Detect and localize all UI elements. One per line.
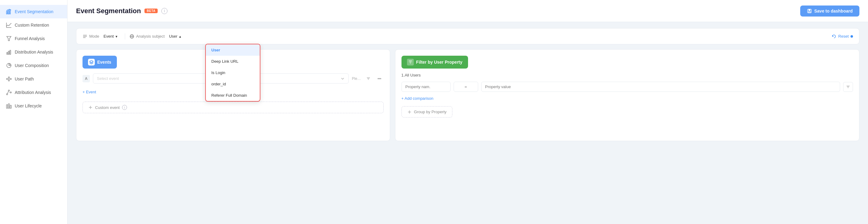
chevron-down-icon: [340, 76, 345, 81]
event-actions: [364, 74, 384, 83]
attribution-icon: [6, 90, 12, 95]
event-row-placeholder: Ple…: [352, 76, 361, 81]
sidebar-item-attribution-analysis[interactable]: Attribution Analysis: [0, 86, 67, 99]
reset-icon: [832, 34, 836, 39]
mode-section: Mode Event: [83, 33, 121, 40]
svg-point-36: [378, 78, 378, 79]
composition-icon: [6, 63, 12, 68]
sidebar-item-funnel-analysis[interactable]: Funnel Analysis: [0, 32, 67, 45]
beta-badge: BETA: [145, 8, 157, 13]
sidebar-item-user-path[interactable]: User Path: [0, 72, 67, 86]
panel-row: Events A Select event Ple…: [76, 49, 860, 141]
save-to-dashboard-button[interactable]: Save to dashboard: [800, 5, 860, 16]
sidebar-item-label: Distribution Analysis: [15, 49, 53, 54]
layers-icon: [89, 60, 94, 64]
mode-icon: [83, 34, 87, 39]
custom-event-button[interactable]: Custom event i: [83, 102, 384, 113]
events-icon: [88, 59, 95, 66]
svg-rect-5: [7, 52, 8, 54]
header-left: Event Segmentation BETA i: [76, 7, 167, 15]
sidebar-item-label: Event Segmentation: [15, 9, 53, 14]
sidebar-item-event-segmentation[interactable]: Event Segmentation: [0, 5, 67, 18]
svg-point-37: [379, 78, 380, 79]
sidebar-item-custom-retention[interactable]: Custom Retention: [0, 18, 67, 32]
sidebar-item-label: Custom Retention: [15, 23, 49, 28]
svg-line-19: [7, 91, 8, 94]
sidebar-item-label: User Composition: [15, 63, 49, 68]
subject-chevron-up-icon: [179, 34, 182, 39]
events-button[interactable]: Events: [83, 56, 117, 69]
filter-icon-wrap: [407, 59, 414, 66]
svg-rect-23: [10, 105, 11, 108]
sidebar-item-label: User Lifecycle: [15, 104, 42, 108]
property-value-input[interactable]: [481, 82, 840, 92]
svg-rect-25: [808, 9, 810, 11]
filter-lines-icon: [408, 60, 412, 64]
subject-label: Analysis subject: [136, 34, 165, 39]
svg-rect-0: [6, 11, 7, 14]
plus-icon: [407, 110, 412, 114]
svg-point-18: [10, 92, 11, 93]
main-content: Event Segmentation BETA i Save to dashbo…: [67, 0, 868, 224]
sidebar-item-user-composition[interactable]: User Composition: [0, 59, 67, 72]
svg-point-17: [8, 90, 9, 91]
sidebar-item-label: Attribution Analysis: [15, 90, 51, 95]
mode-label: Mode: [89, 34, 99, 39]
subject-section: Analysis subject User: [129, 33, 184, 40]
svg-rect-6: [8, 51, 9, 54]
filter-property-row: [402, 82, 853, 92]
filter-adjust-icon[interactable]: [364, 74, 373, 83]
info-icon[interactable]: i: [161, 8, 167, 14]
property-operator-input[interactable]: [454, 82, 478, 92]
add-comparison-link[interactable]: + Add comparison: [402, 96, 853, 101]
custom-event-info-icon[interactable]: i: [122, 105, 127, 110]
lifecycle-icon: [6, 103, 12, 109]
svg-point-16: [6, 94, 8, 95]
save-icon: [807, 8, 812, 13]
reset-button[interactable]: Reset: [832, 34, 853, 39]
sidebar-item-label: Funnel Analysis: [15, 36, 45, 41]
plus-icon: [88, 105, 93, 110]
sidebar-item-label: User Path: [15, 76, 34, 81]
group-by-property-button[interactable]: Group by Property: [402, 106, 453, 117]
svg-point-10: [8, 77, 9, 78]
sidebar-item-user-lifecycle[interactable]: User Lifecycle: [0, 99, 67, 113]
svg-point-11: [10, 78, 11, 80]
filter-adjust-button[interactable]: [843, 82, 853, 92]
dropdown-item-user[interactable]: User: [206, 44, 260, 56]
dropdown-item-order-id[interactable]: order_id: [206, 78, 260, 90]
mode-chevron-down-icon: [115, 34, 118, 39]
distribution-icon: [6, 49, 12, 55]
path-icon: [6, 76, 12, 82]
globe-icon: [129, 34, 134, 39]
main-content-area: Mode Event Analysis subject User: [67, 22, 868, 224]
svg-rect-22: [8, 104, 9, 108]
sidebar: Event Segmentation Custom Retention Funn…: [0, 0, 67, 224]
svg-rect-2: [9, 9, 10, 14]
funnel-icon: [6, 36, 12, 41]
svg-point-12: [8, 80, 9, 81]
svg-rect-26: [808, 11, 810, 12]
property-name-input[interactable]: [402, 82, 451, 92]
toolbar: Mode Event Analysis subject User: [76, 28, 860, 44]
svg-point-38: [380, 78, 381, 79]
svg-rect-21: [6, 105, 8, 108]
reset-dot-indicator: [850, 35, 853, 38]
event-letter: A: [83, 75, 90, 82]
dropdown-item-is-login[interactable]: Is Login: [206, 67, 260, 78]
dropdown-item-referer-full-domain[interactable]: Referer Full Domain: [206, 90, 260, 101]
more-options-icon[interactable]: [375, 74, 384, 83]
filter-by-user-property-button[interactable]: Filter by User Property: [402, 56, 468, 69]
all-users-label: 1.All Users: [402, 73, 853, 77]
retention-icon: [6, 22, 12, 28]
toolbar-divider: [125, 33, 125, 39]
subject-dropdown[interactable]: User: [166, 33, 184, 40]
dropdown-item-deep-link-url[interactable]: Deep Link URL: [206, 56, 260, 67]
svg-point-9: [6, 78, 8, 80]
sidebar-item-distribution-analysis[interactable]: Distribution Analysis: [0, 45, 67, 59]
chart-icon: [6, 9, 12, 14]
svg-rect-1: [8, 10, 9, 14]
mode-dropdown[interactable]: Event: [101, 33, 121, 40]
right-panel: Filter by User Property 1.All Users: [395, 49, 860, 141]
subject-dropdown-menu: User Deep Link URL Is Login order_id Ref…: [205, 44, 260, 102]
